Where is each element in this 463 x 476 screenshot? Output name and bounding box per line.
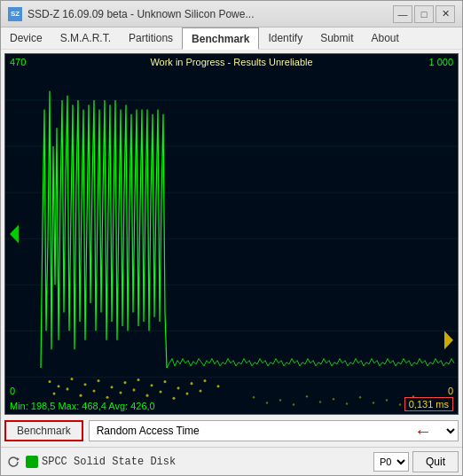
chart-zero-left: 0 — [10, 386, 15, 396]
benchmark-controls: Benchmark Random Access Time Sequential … — [4, 418, 459, 443]
svg-marker-7 — [10, 225, 19, 244]
svg-point-37 — [306, 395, 308, 397]
svg-point-35 — [253, 396, 255, 398]
svg-point-20 — [191, 382, 193, 385]
svg-point-24 — [67, 387, 69, 390]
chart-zero-right: 0 — [448, 386, 453, 396]
window-title: SSD-Z 16.09.09 beta - Unknown Silicon Po… — [27, 8, 393, 20]
benchmark-chart: 470 Work in Progress - Results Unreliabl… — [4, 53, 459, 415]
svg-point-14 — [111, 386, 114, 388]
svg-point-27 — [106, 396, 109, 399]
port-select[interactable]: P0 — [373, 452, 409, 472]
svg-marker-50 — [17, 457, 20, 461]
svg-point-47 — [373, 402, 374, 403]
svg-point-10 — [58, 385, 60, 387]
svg-point-9 — [49, 380, 51, 383]
svg-point-21 — [204, 379, 207, 382]
menu-benchmark[interactable]: Benchmark — [182, 27, 259, 50]
svg-point-40 — [386, 399, 388, 401]
svg-point-48 — [399, 403, 401, 405]
svg-point-26 — [93, 389, 96, 392]
svg-point-12 — [84, 383, 87, 386]
svg-point-11 — [71, 378, 74, 380]
svg-point-16 — [137, 378, 140, 381]
refresh-icon[interactable] — [4, 453, 22, 471]
chart-stats-label: Min: 198,5 Max: 468,4 Avg: 426,0 — [10, 401, 155, 411]
svg-point-22 — [217, 385, 220, 387]
menu-identify[interactable]: Identify — [259, 27, 311, 49]
menu-smart[interactable]: S.M.A.R.T. — [51, 27, 120, 49]
menu-bar: Device S.M.A.R.T. Partitions Benchmark I… — [1, 27, 462, 50]
svg-point-46 — [346, 402, 348, 404]
svg-point-44 — [293, 403, 294, 405]
app-icon: SZ — [8, 7, 22, 21]
svg-point-33 — [186, 393, 189, 395]
status-bar: SPCC Solid State Disk P0 Quit — [1, 447, 462, 475]
minimize-button[interactable]: — — [393, 5, 412, 23]
title-buttons: — □ ✕ — [393, 5, 455, 23]
svg-point-31 — [160, 390, 162, 393]
menu-device[interactable]: Device — [1, 27, 51, 49]
main-window: SZ SSD-Z 16.09.09 beta - Unknown Silicon… — [0, 0, 463, 476]
svg-point-34 — [200, 389, 202, 392]
svg-point-36 — [279, 399, 281, 401]
svg-point-19 — [177, 386, 180, 389]
disk-status-indicator — [26, 456, 38, 468]
chart-time-value: 0,131 ms — [404, 397, 453, 411]
svg-point-18 — [164, 380, 167, 383]
chart-status-label: Work in Progress - Results Unreliable — [5, 57, 458, 67]
svg-point-15 — [124, 381, 127, 384]
svg-marker-8 — [444, 331, 453, 349]
svg-point-25 — [80, 394, 82, 397]
quit-button[interactable]: Quit — [412, 451, 459, 472]
svg-point-29 — [133, 388, 136, 391]
svg-point-30 — [146, 394, 149, 397]
svg-point-23 — [53, 393, 56, 395]
benchmark-type-select[interactable]: Random Access Time Sequential Read Seque… — [89, 420, 459, 441]
svg-point-13 — [98, 379, 100, 382]
svg-point-17 — [151, 384, 153, 386]
menu-partitions[interactable]: Partitions — [120, 27, 182, 49]
svg-point-28 — [120, 391, 122, 394]
menu-about[interactable]: About — [363, 27, 408, 49]
svg-point-45 — [319, 401, 321, 402]
disk-name-label: SPCC Solid State Disk — [42, 456, 370, 468]
maximize-button[interactable]: □ — [414, 5, 434, 23]
svg-point-38 — [333, 398, 334, 400]
menu-submit[interactable]: Submit — [311, 27, 362, 49]
close-button[interactable]: ✕ — [436, 5, 455, 23]
dropdown-container: Random Access Time Sequential Read Seque… — [89, 420, 459, 441]
benchmark-button[interactable]: Benchmark — [4, 420, 83, 441]
svg-point-32 — [173, 397, 176, 400]
svg-point-39 — [359, 396, 361, 398]
svg-point-43 — [266, 402, 268, 403]
content-area: 470 Work in Progress - Results Unreliabl… — [1, 50, 462, 447]
title-bar: SZ SSD-Z 16.09.09 beta - Unknown Silicon… — [1, 1, 462, 27]
